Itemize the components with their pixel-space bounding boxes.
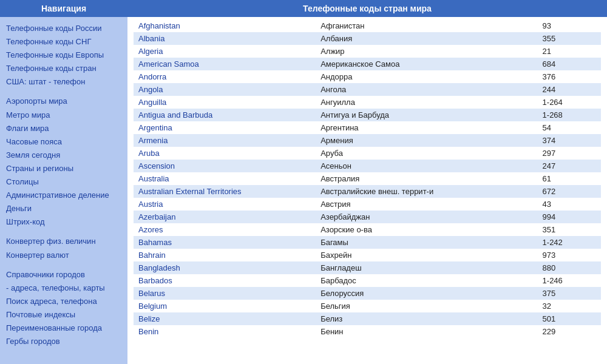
country-russian: Бельгия (316, 300, 537, 312)
table-row: ArubaАруба297 (134, 147, 601, 160)
country-english: Bahrain (134, 249, 316, 261)
sidebar-link-1-5[interactable]: Страны и регионы (6, 162, 121, 175)
country-english: Bahamas (134, 236, 316, 249)
country-russian: Азорские о-ва (316, 223, 537, 236)
sidebar-link-1-9[interactable]: Штрих-код (6, 215, 121, 229)
sidebar-link-3-1[interactable]: - адреса, телефоны, карты (6, 281, 121, 295)
country-english: Belgium (134, 300, 316, 312)
country-code: 374 (538, 134, 601, 147)
country-code: 672 (538, 185, 601, 198)
sidebar-link-3-0[interactable]: Справочники городов (6, 268, 121, 281)
table-row: Antigua and BarbudaАнтигуа и Барбуда1-26… (134, 109, 601, 121)
sidebar-link-1-1[interactable]: Метро мира (6, 109, 121, 122)
sidebar-link-3-2[interactable]: Поиск адреса, телефона (6, 295, 121, 308)
sidebar-link-1-0[interactable]: Аэропорты мира (6, 95, 121, 108)
country-russian: Албания (316, 32, 537, 45)
country-code: 351 (538, 223, 601, 236)
table-row: AzoresАзорские о-ва351 (134, 223, 601, 236)
country-code: 229 (538, 325, 601, 338)
country-english: Australian External Territories (134, 185, 316, 198)
sidebar-link-1-7[interactable]: Административное деление (6, 189, 121, 202)
country-russian: Ангуилла (316, 96, 537, 109)
country-code: 32 (538, 300, 601, 312)
country-code: 43 (538, 198, 601, 211)
country-code: 21 (538, 45, 601, 58)
country-english: Azerbaijan (134, 211, 316, 223)
country-english: American Samoa (134, 58, 316, 70)
country-russian: Антигуа и Барбуда (316, 109, 537, 121)
table-row: AnguillaАнгуилла1-264 (134, 96, 601, 109)
sidebar: Навигация Телефонные коды РоссииТелефонн… (0, 0, 127, 364)
sidebar-link-1-2[interactable]: Флаги мира (6, 122, 121, 135)
table-row: BarbadosБарбадос1-246 (134, 274, 601, 287)
sidebar-group-3: Справочники городов- адреса, телефоны, к… (6, 268, 121, 349)
country-russian: Американское Самоа (316, 58, 537, 70)
sidebar-header: Навигация (0, 0, 127, 17)
country-english: Azores (134, 223, 316, 236)
table-row: AndorraАндорра376 (134, 70, 601, 83)
country-code: 297 (538, 147, 601, 160)
sidebar-link-1-6[interactable]: Столицы (6, 175, 121, 189)
country-code: 376 (538, 70, 601, 83)
country-code: 244 (538, 83, 601, 96)
sidebar-link-2-0[interactable]: Конвертер физ. величин (6, 235, 121, 248)
country-english: Andorra (134, 70, 316, 83)
country-english: Benin (134, 325, 316, 338)
country-english: Barbados (134, 274, 316, 287)
country-russian: Алжир (316, 45, 537, 58)
country-russian: Бангладеш (316, 261, 537, 274)
country-russian: Белоруссия (316, 287, 537, 300)
country-english: Antigua and Barbuda (134, 109, 316, 121)
sidebar-link-0-4[interactable]: США: штат - телефон (6, 75, 121, 89)
country-russian: Аргентина (316, 121, 537, 134)
country-russian: Андорра (316, 70, 537, 83)
table-row: Australian External TerritoriesАвстралий… (134, 185, 601, 198)
country-code: 355 (538, 32, 601, 45)
sidebar-group-2: Конвертер физ. величинКонвертер валют (6, 235, 121, 261)
country-code: 54 (538, 121, 601, 134)
sidebar-link-0-3[interactable]: Телефонные коды стран (6, 62, 121, 75)
table-row: ArmeniaАрмения374 (134, 134, 601, 147)
country-english: Belize (134, 312, 316, 325)
table-row: BelizeБелиз501 (134, 312, 601, 325)
sidebar-link-0-1[interactable]: Телефонные коды СНГ (6, 35, 121, 49)
country-english: Angola (134, 83, 316, 96)
sidebar-link-3-3[interactable]: Почтовые индексы (6, 308, 121, 322)
country-code: 501 (538, 312, 601, 325)
country-russian: Белиз (316, 312, 537, 325)
sidebar-link-3-4[interactable]: Переименованные города (6, 322, 121, 335)
sidebar-link-3-5[interactable]: Гербы городов (6, 335, 121, 348)
table-row: BahamasБагамы1-242 (134, 236, 601, 249)
sidebar-link-1-4[interactable]: Земля сегодня (6, 149, 121, 162)
table-row: AzerbaijanАзербайджан994 (134, 211, 601, 223)
table-row: AustraliaАвстралия61 (134, 172, 601, 185)
sidebar-group-1: Аэропорты мираМетро мираФлаги мираЧасовы… (6, 95, 121, 229)
country-russian: Асеньон (316, 160, 537, 172)
table-row: BangladeshБангладеш880 (134, 261, 601, 274)
main-header: Телефонные коды стран мира (127, 0, 607, 17)
country-russian: Австралийские внеш. террит-и (316, 185, 537, 198)
country-english: Armenia (134, 134, 316, 147)
main-content: Телефонные коды стран мира AfghanistanАф… (127, 0, 607, 364)
sidebar-link-0-2[interactable]: Телефонные коды Европы (6, 49, 121, 62)
country-english: Austria (134, 198, 316, 211)
table-row: AfghanistanАфганистан93 (134, 19, 601, 32)
table-row: AngolaАнгола244 (134, 83, 601, 96)
sidebar-link-1-3[interactable]: Часовые пояса (6, 135, 121, 149)
country-english: Aruba (134, 147, 316, 160)
country-russian: Армения (316, 134, 537, 147)
sidebar-link-1-8[interactable]: Деньги (6, 202, 121, 215)
country-code: 973 (538, 249, 601, 261)
country-russian: Аруба (316, 147, 537, 160)
countries-table: AfghanistanАфганистан93AlbaniaАлбания355… (134, 19, 601, 338)
country-code: 684 (538, 58, 601, 70)
country-russian: Азербайджан (316, 211, 537, 223)
country-code: 61 (538, 172, 601, 185)
country-russian: Барбадос (316, 274, 537, 287)
country-english: Afghanistan (134, 19, 316, 32)
sidebar-link-0-0[interactable]: Телефонные коды России (6, 22, 121, 35)
sidebar-link-2-1[interactable]: Конвертер валют (6, 249, 121, 262)
country-code: 247 (538, 160, 601, 172)
country-english: Belarus (134, 287, 316, 300)
country-code: 880 (538, 261, 601, 274)
